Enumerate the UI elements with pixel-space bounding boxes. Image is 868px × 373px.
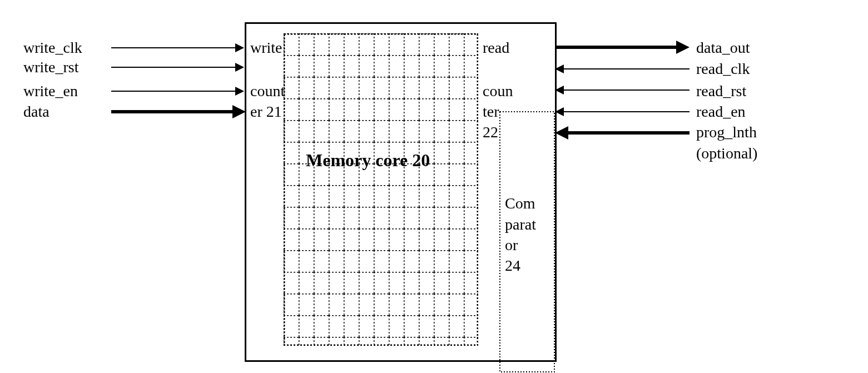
label-comparator-1: Com <box>505 195 535 212</box>
label-read-counter-bot2: 22 <box>483 123 498 141</box>
label-read-en: read_en <box>696 103 746 121</box>
label-write-clk: write_clk <box>23 39 82 57</box>
arrow-data-out <box>555 46 677 49</box>
label-write-counter-top: write <box>250 39 282 57</box>
arrowhead-write-en <box>235 87 244 96</box>
arrowhead-write-clk <box>235 43 244 52</box>
arrowhead-read-clk <box>555 64 564 73</box>
label-read-clk: read_clk <box>696 60 750 78</box>
label-write-counter-bot: er 21 <box>250 103 282 121</box>
memory-core-grid <box>284 33 478 346</box>
memory-block-diagram: write_clk write_rst write_en data write … <box>11 11 868 373</box>
arrow-write-en <box>111 91 236 92</box>
arrow-read-rst <box>564 89 690 91</box>
label-read-counter-bot1: ter <box>483 103 499 121</box>
arrowhead-prog-lnth <box>555 126 568 140</box>
arrow-write-rst <box>111 67 236 68</box>
label-prog-lnth: prog_lnth <box>696 123 757 141</box>
label-write-counter-mid: count <box>250 82 285 100</box>
label-write-en: write_en <box>23 82 78 100</box>
arrow-read-clk <box>564 68 690 69</box>
label-comparator-3: or <box>505 236 518 254</box>
label-data: data <box>23 103 49 121</box>
arrowhead-read-rst <box>555 86 564 95</box>
label-comparator-2: parat <box>505 216 536 233</box>
label-memory-core: Memory core 20 <box>306 150 430 171</box>
label-write-rst: write_rst <box>23 58 79 76</box>
label-optional: (optional) <box>696 145 757 162</box>
label-read-counter-mid: coun <box>483 82 513 100</box>
arrowhead-data <box>232 105 246 118</box>
svg-rect-2 <box>284 33 478 346</box>
arrow-data <box>111 110 234 113</box>
arrowhead-data-out <box>676 41 690 54</box>
label-comparator-4: 24 <box>505 257 520 275</box>
label-read-counter-top: read <box>483 39 509 57</box>
label-read-rst: read_rst <box>696 82 746 100</box>
arrowhead-write-rst <box>235 63 244 72</box>
arrow-prog-lnth <box>568 131 690 135</box>
arrowhead-read-en <box>555 107 564 116</box>
arrow-write-clk <box>111 47 236 48</box>
label-data-out: data_out <box>696 39 750 57</box>
arrow-read-en <box>564 111 690 112</box>
